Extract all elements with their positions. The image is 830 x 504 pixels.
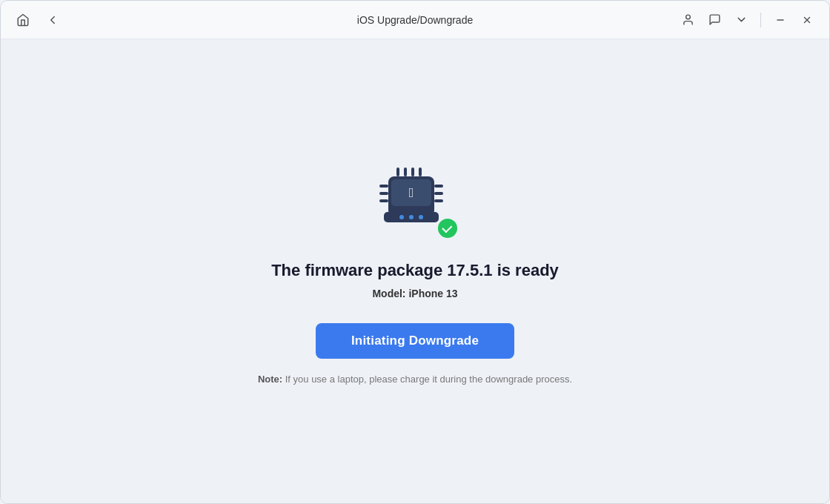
svg-point-8 [399, 215, 404, 219]
svg-rect-13 [379, 199, 388, 202]
svg-rect-12 [379, 192, 388, 195]
firmware-title: The firmware package 17.5.1 is ready [271, 261, 559, 280]
main-content:  [1, 39, 829, 503]
app-window: iOS Upgrade/Downgrade [0, 0, 830, 504]
svg-rect-18 [404, 168, 407, 176]
svg-text::  [409, 185, 414, 200]
message-icon[interactable] [704, 10, 725, 30]
model-value: iPhone 13 [408, 288, 457, 299]
note-text: Note: If you use a laptop, please charge… [258, 374, 572, 385]
svg-rect-11 [379, 185, 388, 188]
title-bar-right [677, 10, 817, 30]
firmware-model: Model: iPhone 13 [372, 288, 457, 299]
title-bar-left [13, 10, 63, 30]
user-icon[interactable] [677, 10, 698, 30]
separator [760, 13, 761, 27]
home-icon[interactable] [13, 10, 33, 30]
note-content: If you use a laptop, please charge it du… [282, 374, 572, 385]
svg-rect-14 [434, 185, 443, 188]
chevron-down-icon[interactable] [731, 10, 751, 30]
minimize-icon[interactable] [770, 10, 791, 30]
svg-point-9 [409, 215, 414, 219]
model-label: Model: [372, 288, 405, 299]
check-badge [436, 216, 459, 240]
note-label: Note: [258, 374, 282, 385]
svg-point-10 [419, 215, 423, 219]
window-title: iOS Upgrade/Downgrade [357, 14, 473, 26]
title-bar: iOS Upgrade/Downgrade [1, 1, 829, 39]
svg-rect-16 [434, 199, 443, 202]
close-icon[interactable] [797, 10, 817, 30]
svg-rect-19 [411, 168, 414, 176]
svg-rect-15 [434, 192, 443, 195]
back-icon[interactable] [42, 10, 63, 30]
initiating-downgrade-button[interactable]: Initiating Downgrade [316, 323, 514, 359]
svg-rect-17 [396, 168, 399, 176]
svg-rect-20 [419, 168, 422, 176]
content-card:  [258, 159, 572, 385]
firmware-icon-wrapper:  [371, 159, 459, 240]
svg-point-0 [685, 15, 690, 19]
